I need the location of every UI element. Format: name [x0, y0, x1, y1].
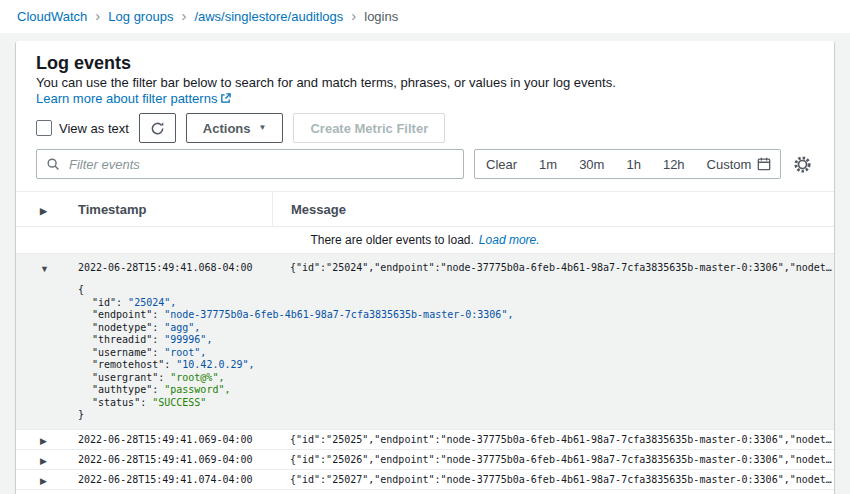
- json-key: "status":: [92, 397, 146, 408]
- json-value: "node-37775b0a-6feb-4b61-98a7-7cfa383563…: [164, 309, 513, 320]
- range-12h-button[interactable]: 12h: [652, 150, 696, 178]
- log-events-panel: Log events You can use the filter bar be…: [16, 41, 834, 494]
- event-timestamp: 2022-06-28T15:49:41.069-04:00: [74, 454, 272, 465]
- log-event-row[interactable]: ▶ 2022-06-28T15:49:41.074-04:00 {"id":"2…: [16, 470, 834, 490]
- range-1m-button[interactable]: 1m: [528, 150, 568, 178]
- json-field: "remotehost":"10.42.0.29",: [78, 359, 834, 372]
- chevron-right-icon: ›: [181, 8, 186, 23]
- clear-button[interactable]: Clear: [475, 150, 528, 178]
- json-value: "password",: [164, 384, 230, 395]
- gear-icon: [793, 155, 812, 174]
- json-open-brace: {: [78, 284, 834, 297]
- page-title: Log events: [36, 53, 814, 73]
- json-key: "nodetype":: [92, 322, 158, 333]
- time-range-selector: Clear 1m 30m 1h 12h Custom: [474, 149, 781, 179]
- json-value: "agg",: [164, 322, 200, 333]
- filter-events-searchbox[interactable]: [36, 149, 464, 179]
- actions-button[interactable]: Actions ▼: [186, 113, 284, 143]
- log-event-expanded[interactable]: ▼ 2022-06-28T15:49:41.068-04:00 {"id":"2…: [16, 254, 834, 430]
- custom-range-button[interactable]: Custom: [696, 150, 781, 178]
- json-field: "endpoint":"node-37775b0a-6feb-4b61-98a7…: [78, 309, 834, 322]
- custom-range-label: Custom: [707, 157, 752, 172]
- breadcrumb-current: logins: [364, 9, 398, 24]
- log-event-row[interactable]: ▶ 2022-06-28T15:49:41.069-04:00 {"id":"2…: [16, 430, 834, 450]
- json-key: "remotehost":: [92, 359, 170, 370]
- json-field: "nodetype":"agg",: [78, 322, 834, 335]
- search-icon: [46, 157, 60, 171]
- column-header-message: Message: [272, 192, 834, 226]
- json-value: "root",: [164, 347, 206, 358]
- json-key: "endpoint":: [92, 309, 158, 320]
- json-field: "threadid":"99996",: [78, 334, 834, 347]
- chevron-right-icon: ›: [95, 8, 100, 23]
- older-events-text: There are older events to load.: [310, 233, 473, 247]
- actions-label: Actions: [203, 121, 251, 136]
- range-1h-button[interactable]: 1h: [615, 150, 651, 178]
- filter-events-input[interactable]: [67, 156, 454, 173]
- breadcrumb-link-log-group[interactable]: /aws/singlestore/auditlogs: [194, 9, 343, 24]
- json-field: "usergrant":"root@%",: [78, 372, 834, 385]
- json-key: "id":: [92, 297, 122, 308]
- breadcrumb-link-cloudwatch[interactable]: CloudWatch: [17, 9, 87, 24]
- json-field: "id":"25024",: [78, 297, 834, 310]
- table-header-row: ▶ Timestamp Message: [16, 192, 834, 227]
- json-field: "authtype":"password",: [78, 384, 834, 397]
- event-message: {"id":"25026","endpoint":"node-37775b0a-…: [272, 454, 834, 465]
- refresh-button[interactable]: [139, 113, 176, 143]
- expand-row-icon[interactable]: ▶: [40, 456, 47, 466]
- event-json-detail: { "id":"25024", "endpoint":"node-37775b0…: [16, 280, 834, 429]
- json-value: "99996",: [164, 334, 212, 345]
- collapse-row-icon[interactable]: ▼: [40, 264, 49, 274]
- event-message: {"id":"25025","endpoint":"node-37775b0a-…: [272, 434, 834, 445]
- actions-toolbar: View as text Actions ▼ Create Metric Fil…: [36, 113, 814, 143]
- description-text: You can use the filter bar below to sear…: [36, 75, 616, 90]
- breadcrumb-link-log-groups[interactable]: Log groups: [108, 9, 173, 24]
- json-value: "10.42.0.29",: [176, 359, 254, 370]
- json-value: "SUCCESS": [152, 397, 206, 408]
- breadcrumb: CloudWatch › Log groups › /aws/singlesto…: [0, 0, 850, 33]
- event-message: {"id":"25024","endpoint":"node-37775b0a-…: [272, 262, 834, 273]
- log-event-row[interactable]: ▶ 2022-06-28T15:49:50.926-04:00 {"id":"2…: [16, 490, 834, 494]
- view-as-text-checkbox[interactable]: [36, 120, 52, 136]
- refresh-icon: [150, 121, 165, 136]
- json-close-brace: }: [78, 409, 834, 422]
- json-field: "status":"SUCCESS": [78, 397, 834, 410]
- filter-bar: Clear 1m 30m 1h 12h Custom: [36, 149, 814, 179]
- event-timestamp: 2022-06-28T15:49:41.074-04:00: [74, 474, 272, 485]
- view-as-text-toggle[interactable]: View as text: [36, 120, 129, 136]
- json-key: "usergrant":: [92, 372, 164, 383]
- external-link-icon: [220, 93, 231, 104]
- event-message: {"id":"25027","endpoint":"node-37775b0a-…: [272, 474, 834, 485]
- json-key: "authtype":: [92, 384, 158, 395]
- preferences-button[interactable]: [791, 153, 814, 176]
- json-key: "username":: [92, 347, 158, 358]
- load-more-row: There are older events to load. Load mor…: [16, 227, 834, 254]
- json-value: "25024",: [128, 297, 176, 308]
- page-description: You can use the filter bar below to sear…: [36, 75, 814, 107]
- learn-more-label: Learn more about filter patterns: [36, 91, 217, 106]
- expand-row-icon[interactable]: ▶: [40, 476, 47, 486]
- log-events-table: ▶ Timestamp Message There are older even…: [16, 191, 834, 494]
- chevron-down-icon: ▼: [259, 124, 267, 132]
- create-metric-filter-button[interactable]: Create Metric Filter: [293, 113, 445, 143]
- expand-row-icon[interactable]: ▶: [40, 436, 47, 446]
- event-timestamp: 2022-06-28T15:49:41.068-04:00: [74, 262, 272, 273]
- json-value: "root@%",: [170, 372, 224, 383]
- create-metric-filter-label: Create Metric Filter: [310, 121, 428, 136]
- learn-more-link[interactable]: Learn more about filter patterns: [36, 91, 231, 106]
- load-more-link[interactable]: Load more.: [479, 233, 540, 247]
- expand-all-icon[interactable]: ▶: [40, 206, 47, 216]
- column-header-timestamp: Timestamp: [74, 202, 272, 217]
- range-30m-button[interactable]: 30m: [568, 150, 615, 178]
- view-as-text-label: View as text: [59, 121, 129, 136]
- calendar-icon: [757, 157, 771, 171]
- event-timestamp: 2022-06-28T15:49:41.069-04:00: [74, 434, 272, 445]
- json-field: "username":"root",: [78, 347, 834, 360]
- chevron-right-icon: ›: [351, 8, 356, 23]
- log-event-row[interactable]: ▶ 2022-06-28T15:49:41.069-04:00 {"id":"2…: [16, 450, 834, 470]
- json-key: "threadid":: [92, 334, 158, 345]
